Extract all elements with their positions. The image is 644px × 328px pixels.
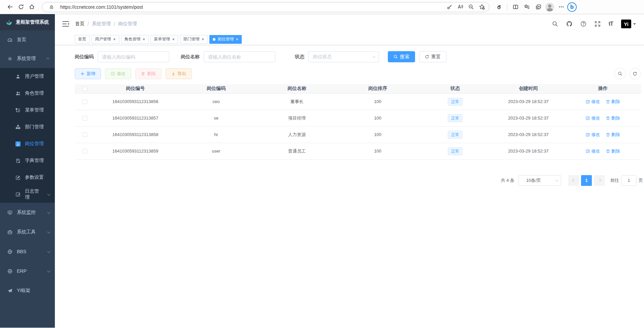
breadcrumb-home[interactable]: 首页 (75, 21, 84, 27)
topbar: 首页 / 系统管理 / 岗位管理 tT Yi (55, 14, 644, 34)
breadcrumb-separator: / (114, 21, 115, 27)
row-edit-link[interactable]: 修改 (586, 115, 600, 121)
sidebar-toggle-icon[interactable] (62, 21, 69, 27)
gear-icon (7, 56, 12, 61)
sidebar-item-param-settings[interactable]: 参数设置 (0, 169, 55, 186)
table-row[interactable]: 1641030593112313859 user 普通员工 100 正常 202… (75, 143, 641, 159)
sidebar-item-dept-mgmt[interactable]: 部门管理 (0, 119, 55, 135)
row-delete-link[interactable]: 删除 (606, 115, 620, 121)
sidebar-item-label: 字典管理 (25, 158, 44, 164)
table-header-row: 岗位编号 岗位编码 岗位名称 岗位排序 状态 创建时间 操作 (75, 84, 641, 93)
select-all-checkbox[interactable] (82, 87, 87, 91)
tab-post-mgmt[interactable]: 岗位管理× (209, 35, 242, 44)
tab-close-icon[interactable]: × (236, 37, 238, 41)
chevron-down-icon (372, 55, 376, 58)
help-icon[interactable] (580, 21, 586, 27)
sidebar-item-home[interactable]: 首页 (0, 30, 55, 49)
sidebar-item-log-mgmt[interactable]: 日志管理 (0, 186, 55, 203)
bing-chat-icon[interactable]: b (567, 2, 577, 12)
row-edit-link[interactable]: 修改 (586, 99, 600, 105)
chevron-down-icon (47, 269, 50, 272)
browser-refresh-button[interactable] (15, 2, 26, 12)
table-row[interactable]: 1641030593112313858 hr 人力资源 100 正常 2023-… (75, 126, 641, 143)
chevron-down-icon (555, 178, 558, 182)
tab-close-icon[interactable]: × (113, 37, 116, 41)
row-checkbox[interactable] (82, 116, 87, 121)
sidebar-item-bbs[interactable]: BBS (0, 242, 55, 261)
add-button[interactable]: 新增 (75, 68, 101, 79)
edit-button[interactable]: 修改 (105, 68, 131, 79)
goto-label: 前往 (610, 177, 619, 184)
browser-menu-icon[interactable] (556, 2, 567, 12)
tab-role-mgmt[interactable]: 角色管理× (121, 35, 149, 44)
goto-page-input[interactable] (621, 175, 637, 186)
sidebar-item-menu-mgmt[interactable]: 菜单管理 (0, 102, 55, 119)
row-checkbox[interactable] (82, 149, 87, 154)
row-checkbox[interactable] (82, 132, 87, 137)
sidebar-item-user-mgmt[interactable]: 用户管理 (0, 68, 55, 85)
breadcrumb-separator: / (88, 21, 89, 27)
table-row[interactable]: 1641030593112313857 se 项目经理 100 正常 2023-… (75, 110, 641, 126)
split-screen-icon[interactable] (510, 2, 521, 12)
page-size-select[interactable]: 10条/页 (518, 175, 561, 186)
favorites-bar-icon[interactable] (521, 2, 532, 12)
extensions-icon[interactable] (494, 2, 504, 12)
tab-dept-mgmt[interactable]: 部门管理× (180, 35, 208, 44)
sidebar-item-label: 参数设置 (25, 174, 44, 181)
collections-icon[interactable] (533, 2, 544, 12)
row-delete-link[interactable]: 删除 (606, 99, 620, 105)
address-bar[interactable]: https://ccnetcore.com:1101/system/post (42, 2, 489, 12)
cell-created: 2023-03-29 18:52:37 (492, 143, 565, 159)
profile-avatar[interactable] (544, 2, 555, 12)
row-edit-link[interactable]: 修改 (586, 132, 600, 138)
delete-button[interactable]: 删除 (135, 68, 162, 79)
tab-menu-mgmt[interactable]: 菜单管理× (150, 35, 178, 44)
tab-close-icon[interactable]: × (172, 37, 175, 41)
table-refresh-button[interactable] (629, 68, 641, 79)
font-size-icon[interactable]: tT (609, 21, 613, 27)
tab-user-mgmt[interactable]: 用户管理× (92, 35, 119, 44)
post-name-input[interactable] (208, 54, 271, 60)
browser-back-button[interactable] (5, 2, 15, 12)
next-page-button[interactable] (594, 175, 605, 186)
url-text[interactable]: https://ccnetcore.com:1101/system/post (60, 4, 445, 10)
sidebar-item-role-mgmt[interactable]: 角色管理 (0, 85, 55, 102)
prev-page-button[interactable] (568, 175, 579, 186)
browser-home-button[interactable] (26, 2, 37, 12)
sidebar-item-system-tools[interactable]: 系统工具 (0, 222, 55, 242)
favorite-add-icon[interactable] (477, 3, 486, 11)
refresh-icon (425, 55, 429, 59)
header-search-icon[interactable] (552, 21, 558, 27)
reset-button[interactable]: 重置 (419, 51, 446, 62)
sidebar-item-post-mgmt[interactable]: 岗位管理 (0, 135, 55, 152)
sidebar-item-system-monitor[interactable]: 系统监控 (0, 203, 55, 222)
search-button[interactable]: 搜索 (388, 51, 415, 62)
row-delete-link[interactable]: 删除 (606, 132, 620, 138)
tab-home[interactable]: 首页 (75, 35, 90, 44)
table-row[interactable]: 1641030593112313856 ceo 董事长 100 正常 2023-… (75, 93, 641, 110)
page-number-button[interactable]: 1 (581, 175, 592, 186)
post-code-input[interactable] (102, 54, 165, 60)
read-aloud-icon[interactable] (455, 3, 465, 11)
col-post-id: 岗位编号 (95, 84, 176, 93)
sidebar-item-erp[interactable]: ERP (0, 261, 55, 281)
tab-close-icon[interactable]: × (202, 37, 204, 41)
github-icon[interactable] (566, 21, 572, 27)
row-delete-link[interactable]: 删除 (606, 148, 620, 154)
sidebar-item-yi-framework[interactable]: Yi框架 (0, 281, 55, 300)
fullscreen-icon[interactable] (595, 21, 601, 27)
plus-icon (80, 72, 84, 76)
zoom-out-icon[interactable] (466, 3, 476, 11)
post-table: 岗位编号 岗位编码 岗位名称 岗位排序 状态 创建时间 操作 164103059… (75, 84, 641, 160)
cell-post-name: 普通员工 (257, 143, 337, 159)
status-select[interactable]: 岗位状态 (308, 51, 379, 62)
tab-close-icon[interactable]: × (143, 37, 145, 41)
user-logo-avatar[interactable]: Yi (621, 20, 636, 28)
password-key-icon[interactable] (445, 3, 454, 11)
export-button[interactable]: 导出 (166, 68, 192, 79)
sidebar-item-dict-mgmt[interactable]: 字典管理 (0, 152, 55, 169)
sidebar-item-system-mgmt[interactable]: 系统管理 (0, 49, 55, 68)
table-search-toggle-button[interactable] (614, 68, 626, 79)
row-edit-link[interactable]: 修改 (586, 148, 600, 154)
row-checkbox[interactable] (82, 99, 87, 104)
